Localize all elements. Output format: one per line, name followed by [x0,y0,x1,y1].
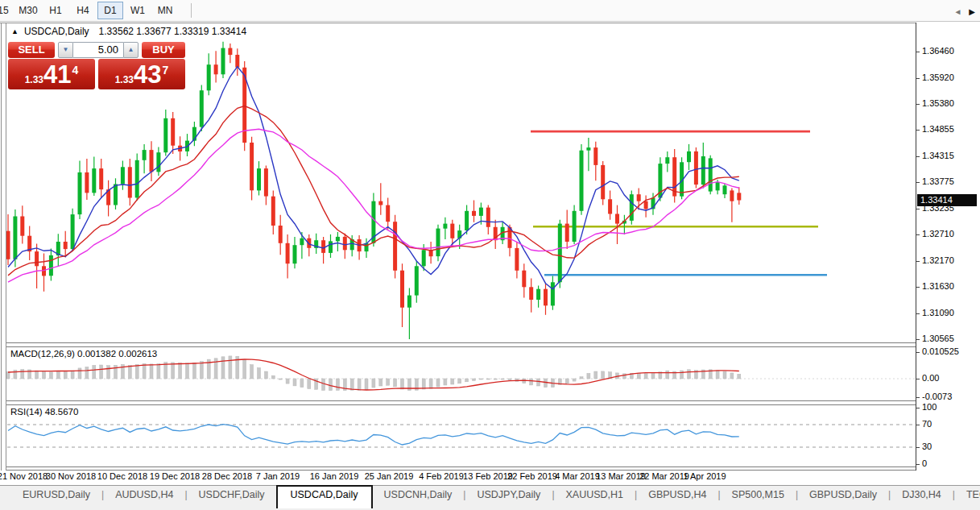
rsi-tick-label: 100 [922,402,937,412]
buy-price-pips: 43 [134,60,161,89]
rsi-tick-tickmark [916,408,920,408]
price-tick-label: 1.34855 [922,124,954,134]
toolbar-separator [191,3,192,18]
timeframe-button-MN[interactable]: MN [152,2,178,19]
buy-button[interactable]: BUY [142,42,185,58]
date-tick-label: 10 Dec 2018 [97,471,147,481]
chart-title: ▲ USDCAD,Daily 1.33562 1.33677 1.33319 1… [11,26,246,37]
price-tick-tickmark [916,339,920,340]
tab-usdchf-daily[interactable]: USDCHF,Daily [188,486,276,507]
price-tick-tickmark [916,156,920,157]
price-tick-label: 1.32710 [922,229,954,238]
price-tick-label: 1.31090 [922,308,954,317]
macd-tick-tickmark [916,379,920,379]
tab-gbpusd-h4[interactable]: GBPUSD,H4 [637,486,717,507]
date-tick-label: 30 Nov 2018 [46,471,96,481]
rsi-tick-label: 0 [922,458,927,468]
price-tick-tickmark [916,52,920,52]
timeframe-button-D1[interactable]: D1 [97,2,123,19]
macd-values: 0.001382 0.002613 [77,349,157,359]
one-click-collapse-icon[interactable]: ▲ [11,27,19,35]
macd-label: MACD(12,26,9) 0.001382 0.002613 [10,349,157,359]
rsi-tick-label: 30 [922,442,932,451]
price-tick-label: 1.33775 [922,176,954,186]
timeframe-button-M30[interactable]: M30 [15,2,41,19]
price-axis[interactable]: 1.364601.359201.353801.348551.343151.337… [916,23,980,471]
date-tick-label: 1 Apr 2019 [683,471,726,481]
price-tick-tickmark [916,182,920,183]
date-tick-label: 22 Feb 2019 [507,471,557,481]
timeframe-button-W1[interactable]: W1 [125,2,151,19]
price-tick-tickmark [916,313,920,314]
rsi-title: RSI(14) [10,407,43,417]
price-tick-label: 1.32170 [922,255,954,265]
rsi-tick-tickmark [916,464,920,465]
timeframe-button-15[interactable]: 15 [0,2,14,19]
price-tick-label: 1.34315 [922,151,954,160]
volume-input[interactable]: 5.00 [73,42,123,58]
sell-price-point: 4 [72,64,79,77]
volume-decrease-button[interactable]: ▼ [58,42,73,58]
price-tick-tickmark [916,78,920,79]
timeframe-button-H4[interactable]: H4 [70,2,96,19]
macd-tick-tickmark [916,352,920,353]
price-tick-tickmark [916,287,920,288]
tab-scroll-left-icon[interactable]: ◄ [953,7,961,16]
date-tick-label: 4 Mar 2019 [555,471,600,481]
tab-scroll-right-icon[interactable]: ▶ [969,7,975,16]
chart-ohlc-values: 1.33562 1.33677 1.33319 1.33414 [99,26,247,37]
tab-usdjpy-daily[interactable]: USDJPY,Daily [465,486,552,507]
price-tick-label: 1.36460 [922,46,954,56]
chart-symbol-label: USDCAD,Daily [24,26,89,37]
sell-price-button[interactable]: 1.33414 [8,59,95,89]
buy-price-point: 7 [163,64,169,77]
date-tick-label: 22 Mar 2019 [639,471,689,481]
price-tick-label: 1.35380 [922,98,954,108]
date-axis[interactable]: 21 Nov 201830 Nov 201810 Dec 201819 Dec … [0,471,980,485]
sell-price-prefix: 1.33 [25,74,43,85]
price-tick-label: 1.31630 [922,281,954,291]
date-tick-label: 25 Jan 2019 [365,471,414,481]
tab-eurusd-daily[interactable]: EURUSD,Daily [11,486,101,507]
date-tick-label: 13 Mar 2019 [596,471,646,481]
macd-tick-label: 0.00 [922,373,939,383]
macd-tick-label: -0.0073 [922,392,952,401]
price-tick-tickmark [916,209,920,209]
date-tick-label: 28 Dec 2018 [202,471,252,481]
tab-usdcnh-daily[interactable]: USDCNH,Daily [373,486,464,507]
mt4-terminal: 15M30H1H4D1W1MN ▲ USDCAD,Daily 1.33562 1… [0,0,980,510]
timeframe-toolbar: 15M30H1H4D1W1MN [0,0,980,22]
tab-sp500-m15[interactable]: SP500,M15 [721,486,796,507]
macd-tick-label: 0.010525 [922,346,959,356]
rsi-indicator-chart[interactable] [6,405,916,466]
tab-gbpusd-daily[interactable]: GBPUSD,Daily [798,486,888,507]
date-tick-label: 13 Feb 2019 [463,471,513,481]
price-tick-label: 1.30565 [922,334,954,343]
date-tick-label: 7 Jan 2019 [256,471,300,481]
macd-tick-tickmark [916,397,920,398]
rsi-tick-tickmark [916,425,920,425]
date-tick-label: 16 Jan 2019 [310,471,359,481]
buy-price-button[interactable]: 1.33437 [98,59,185,89]
price-tick-tickmark [916,234,920,235]
tab-dj30-h4[interactable]: DJ30,H4 [891,486,953,507]
sell-price-pips: 41 [43,60,71,89]
tab-usdcad-daily[interactable]: USDCAD,Daily [276,485,373,508]
volume-increase-button[interactable]: ▲ [123,42,139,58]
one-click-trading-panel: SELL ▼ 5.00 ▲ BUY 1.33414 1.33437 [8,42,185,90]
macd-title: MACD(12,26,9) [10,349,75,359]
buy-price-prefix: 1.33 [115,74,134,85]
price-tick-label: 1.35920 [922,73,954,82]
tab-audusd-h4[interactable]: AUDUSD,H4 [104,486,184,507]
sell-button[interactable]: SELL [8,42,55,58]
timeframe-button-H1[interactable]: H1 [43,2,68,19]
price-tick-tickmark [916,104,920,105]
rsi-label: RSI(14) 48.5670 [10,407,78,417]
tab-tech100-h1[interactable]: TECH100,H1 [955,486,980,507]
window-left-border [1,23,2,485]
tab-xauusd-h1[interactable]: XAUUSD,H1 [555,486,635,507]
current-price-tag: 1.33414 [917,194,977,206]
date-tick-label: 21 Nov 2018 [0,471,48,481]
tab-scroll-arrows: ◄▶ [953,7,975,16]
rsi-tick-label: 70 [922,419,932,429]
